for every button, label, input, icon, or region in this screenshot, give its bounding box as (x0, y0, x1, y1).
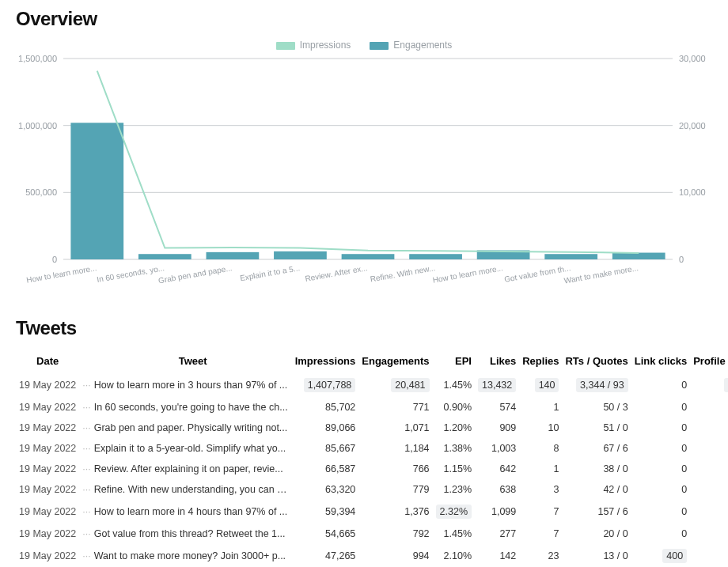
more-icon[interactable]: ··· (79, 524, 93, 544)
col-epi: EPI (433, 349, 475, 373)
svg-rect-12 (70, 123, 123, 259)
svg-text:500,000: 500,000 (25, 187, 57, 197)
svg-text:Refine.  With new...: Refine. With new... (370, 263, 436, 283)
table-row[interactable]: 19 May 2022···How to learn more in 3 hou… (16, 373, 728, 397)
legend-engagements: Engagements (370, 40, 452, 51)
col-replies: Replies (519, 349, 562, 373)
more-icon[interactable]: ··· (79, 397, 93, 418)
svg-rect-20 (612, 253, 665, 259)
chart-area: Impressions Engagements 0500,0001,000,00… (16, 40, 712, 301)
svg-text:Review.  After ex...: Review. After ex... (305, 263, 369, 283)
table-row[interactable]: 19 May 2022···How to learn more in 4 hou… (16, 500, 728, 524)
svg-rect-13 (138, 254, 191, 259)
more-icon[interactable]: ··· (79, 418, 93, 438)
table-row[interactable]: 19 May 2022···Review. After explaining i… (16, 459, 728, 479)
chart-legend: Impressions Engagements (16, 40, 712, 51)
table-row[interactable]: 19 May 2022···Refine. With new understan… (16, 479, 728, 500)
more-icon[interactable]: ··· (79, 500, 93, 524)
col-engagements: Engagements (358, 349, 432, 373)
svg-rect-17 (409, 254, 462, 259)
svg-text:In 60 seconds, yo...: In 60 seconds, yo... (96, 263, 165, 284)
svg-text:How to learn more...: How to learn more... (26, 263, 98, 284)
overview-heading: Overview (16, 8, 712, 30)
table-row[interactable]: 19 May 2022···Explain it to a 5-year-old… (16, 438, 728, 459)
col-link-clicks: Link clicks (631, 349, 690, 373)
table-header-row: Date Tweet Impressions Engagements EPI L… (16, 349, 728, 373)
svg-rect-14 (207, 252, 260, 259)
tweets-heading: Tweets (16, 317, 712, 339)
svg-text:1,000,000: 1,000,000 (18, 121, 57, 130)
svg-text:Grab pen and pape...: Grab pen and pape... (157, 263, 233, 285)
more-icon[interactable]: ··· (79, 373, 93, 397)
svg-text:Explain it to a 5...: Explain it to a 5... (239, 263, 300, 282)
col-date: Date (16, 349, 79, 373)
svg-rect-16 (342, 254, 395, 259)
chart-svg: 0500,0001,000,0001,500,000010,00020,0003… (16, 54, 712, 299)
table-row[interactable]: 19 May 2022···In 60 seconds, you're goin… (16, 397, 728, 418)
table-row[interactable]: 19 May 2022···Want to make more money? J… (16, 544, 728, 567)
col-likes: Likes (475, 349, 519, 373)
col-profile-clicks: Profile clicks (690, 349, 728, 373)
more-icon[interactable]: ··· (79, 544, 93, 567)
engagements-swatch (370, 42, 389, 50)
more-icon[interactable]: ··· (79, 459, 93, 479)
svg-text:10,000: 10,000 (679, 187, 706, 197)
svg-rect-15 (274, 251, 327, 259)
svg-text:Got value from th...: Got value from th... (503, 263, 571, 284)
col-impressions: Impressions (292, 349, 359, 373)
more-icon[interactable]: ··· (79, 438, 93, 459)
table-row[interactable]: 19 May 2022···Grab pen and paper. Physic… (16, 418, 728, 438)
svg-rect-19 (544, 254, 597, 259)
svg-text:30,000: 30,000 (679, 54, 706, 63)
col-tweet: Tweet (94, 349, 292, 373)
svg-text:0: 0 (679, 255, 684, 264)
table-row[interactable]: 19 May 2022···Got value from this thread… (16, 524, 728, 544)
more-icon[interactable]: ··· (79, 479, 93, 500)
svg-text:0: 0 (52, 255, 57, 264)
svg-text:1,500,000: 1,500,000 (18, 54, 57, 63)
col-rts: RTs / Quotes (562, 349, 631, 373)
svg-text:20,000: 20,000 (679, 121, 706, 130)
impressions-swatch (276, 42, 295, 50)
tweets-table: Date Tweet Impressions Engagements EPI L… (16, 349, 728, 567)
svg-text:How to learn more...: How to learn more... (432, 263, 504, 284)
svg-text:Want to make more...: Want to make more... (563, 263, 639, 285)
legend-impressions: Impressions (276, 40, 351, 51)
